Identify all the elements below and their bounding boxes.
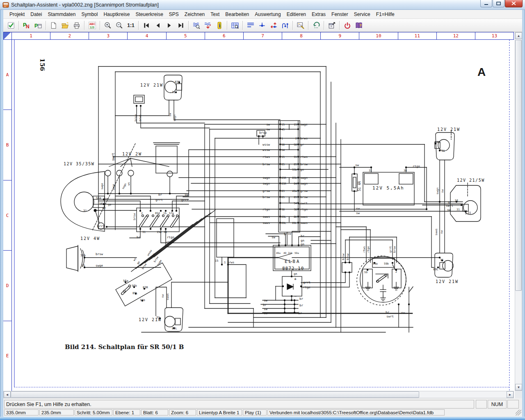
info-button[interactable]: i <box>214 20 225 31</box>
schematic-label: 89L <box>132 292 138 295</box>
scroll-up-arrow[interactable]: ▲ <box>515 32 522 39</box>
scroll-left-arrow[interactable]: ◄ <box>4 391 11 398</box>
schematic-label: grrt <box>389 246 392 253</box>
schematic-label: rtgn <box>167 235 174 239</box>
zoom-1-1-button[interactable]: 1:1 <box>125 20 137 31</box>
status-empty-cell-2 <box>507 400 519 409</box>
confirm-check-button[interactable] <box>5 20 17 31</box>
schematic-label: br <box>299 304 304 307</box>
ruler-column-9: 9 <box>321 32 359 39</box>
ruler-column-6: 6 <box>205 32 244 39</box>
layers-transfer-button[interactable] <box>202 20 214 31</box>
close-button[interactable] <box>505 0 523 7</box>
go-last-button[interactable] <box>175 20 187 31</box>
text-numbering-button[interactable]: ABC123 <box>87 20 98 31</box>
menu-item-projekt[interactable]: Projekt <box>7 10 27 18</box>
go-first-button[interactable] <box>141 20 152 31</box>
status-field-0: 335.0mm <box>4 409 39 415</box>
schematic-label: 30 <box>164 231 167 234</box>
schematic-label: 56b <box>99 202 105 205</box>
menu-item-symbol[interactable]: Symbol <box>78 10 100 18</box>
exit-power-button[interactable] <box>342 20 353 31</box>
open-folder-icon <box>62 22 69 29</box>
ruler-vertical[interactable]: ABCDE <box>3 40 12 391</box>
ruler-corner[interactable] <box>3 32 12 40</box>
schematic-label: brsw <box>96 252 103 256</box>
wire-bridge-icon <box>281 22 289 29</box>
resize-grip[interactable] <box>516 410 521 415</box>
title-bar[interactable]: Schaltplan-Assistent - vpla0002.zng [Sca… <box>0 0 525 10</box>
zoom-1-1-label: 1:1 <box>127 23 134 28</box>
menu-item-auswertung[interactable]: Auswertung <box>252 10 283 18</box>
menu-item-editieren[interactable]: Editieren <box>284 10 309 18</box>
menu-item-hauptkreise[interactable]: Hauptkreise <box>100 10 132 18</box>
schematic-label: Si 4A <box>358 181 361 191</box>
schematic-label: gn <box>301 242 304 246</box>
ruler-horizontal[interactable]: 12345678910111213 <box>12 32 514 40</box>
minimize-button[interactable] <box>480 0 492 7</box>
scroll-down-arrow[interactable]: ▼ <box>515 384 522 390</box>
horizontal-scroll-thumb[interactable] <box>11 391 419 398</box>
go-previous-button[interactable] <box>152 20 164 31</box>
open-file-button[interactable] <box>59 20 71 31</box>
schematic-label: sw <box>356 211 360 215</box>
menu-item-sps[interactable]: SPS <box>166 10 182 18</box>
maximize-button[interactable] <box>493 0 504 7</box>
schematic-label: swgn <box>262 182 270 185</box>
window-title: Schaltplan-Assistent - vpla0002.zng [Sca… <box>11 2 159 8</box>
wire-bridge-button[interactable] <box>279 20 291 31</box>
project-pn-button[interactable]: PN <box>21 20 32 31</box>
schematic-label: swws <box>166 293 169 300</box>
junction-point-button[interactable] <box>256 20 268 31</box>
schematic-label: 2 <box>395 270 397 274</box>
undo-button[interactable] <box>310 20 322 31</box>
schematic-label: 49a <box>276 251 281 254</box>
properties-button[interactable] <box>326 20 338 31</box>
project-pe-button[interactable]: P <box>32 20 44 31</box>
print-button[interactable] <box>71 20 82 31</box>
status-bar: Drücken Sie F1, um Hilfe zu erhalten. NU… <box>3 398 522 417</box>
schematic-label: br <box>301 234 305 238</box>
scroll-right-arrow[interactable]: ► <box>507 391 514 398</box>
zoom-in-button[interactable] <box>102 20 114 31</box>
vertical-scrollbar[interactable]: ▲ ▼ <box>515 32 522 391</box>
menu-item-steuerkreise[interactable]: Steuerkreise <box>132 10 166 18</box>
schematic-label: sw <box>266 128 270 131</box>
horizontal-scrollbar[interactable]: ◄ ► <box>3 391 514 398</box>
schematic-label: 89L <box>433 268 438 271</box>
schematic-label: swgn <box>121 183 127 190</box>
menu-item-extras[interactable]: Extras <box>309 10 329 18</box>
schematic-label: brsw <box>134 114 137 121</box>
schematic-label: 31 <box>457 208 460 211</box>
vertical-scroll-thumb[interactable] <box>515 40 522 291</box>
schematic-label: 89L <box>281 215 286 219</box>
move-point-icon <box>270 22 277 29</box>
menu-item-service[interactable]: Service <box>351 10 373 18</box>
schematic-label: brsw <box>393 246 396 253</box>
zoom-out-button[interactable] <box>114 20 125 31</box>
menu-item-zeichnen[interactable]: Zeichnen <box>182 10 208 18</box>
zoom-out-icon <box>116 22 123 29</box>
schematic-label: brsw <box>300 162 308 166</box>
drawing-area[interactable]: 156ABild 214. Schaltplan für SR 50/1 B12… <box>12 40 514 391</box>
menu-item-stammdaten[interactable]: Stammdaten <box>45 10 78 18</box>
go-next-button[interactable] <box>164 20 175 31</box>
schematic-label: 30 <box>404 169 407 172</box>
line-type-button[interactable] <box>245 20 256 31</box>
menu-item-datei[interactable]: Datei <box>27 10 45 18</box>
schematic-label: 12V 21/5W <box>457 178 485 183</box>
toolbar: PN P ABC123 1:1 i ? <box>3 19 522 32</box>
layers-search-button[interactable] <box>191 20 202 31</box>
menu-item-bearbeiten[interactable]: Bearbeiten <box>222 10 252 18</box>
new-document-button[interactable] <box>48 20 59 31</box>
schematic-label: 31 <box>468 211 471 215</box>
menu-item-fenster[interactable]: Fenster <box>329 10 351 18</box>
status-num-indicator: NUM <box>488 400 507 409</box>
table-view-button[interactable] <box>229 20 241 31</box>
schematic-label: rtge <box>367 246 370 253</box>
help-button[interactable]: ? <box>353 20 365 31</box>
menu-item-text[interactable]: Text <box>208 10 222 18</box>
move-point-button[interactable] <box>268 20 279 31</box>
image-edit-button[interactable] <box>295 20 306 31</box>
menu-item-f1-hilfe[interactable]: F1=Hilfe <box>373 10 397 18</box>
